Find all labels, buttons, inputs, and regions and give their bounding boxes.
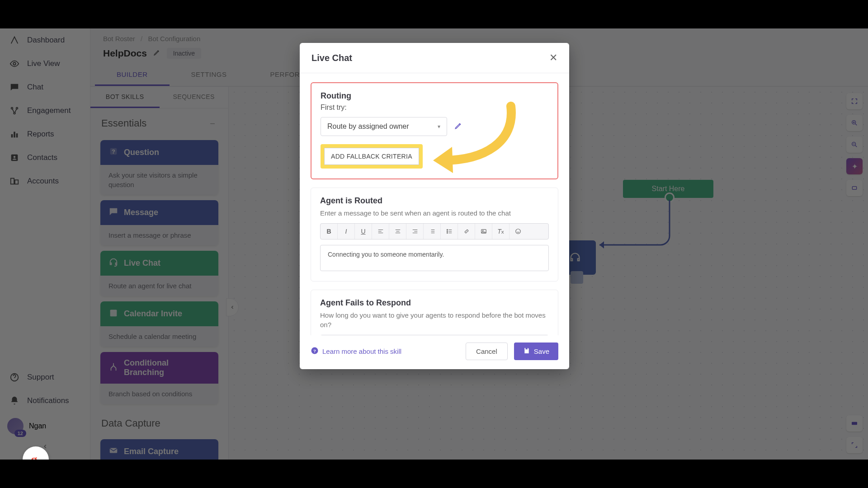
modal-header: Live Chat ✕ (300, 43, 569, 73)
image-button[interactable] (475, 224, 492, 239)
letterbox-top (0, 0, 868, 28)
routing-section: Routing First try: Route by assigned own… (311, 82, 558, 179)
routing-firsttry-label: First try: (321, 103, 548, 112)
agent-fails-heading: Agent Fails to Respond (320, 298, 549, 308)
fallback-highlight: ADD FALLBACK CRITERIA (321, 144, 423, 169)
edit-route-button[interactable] (454, 122, 462, 131)
cancel-button[interactable]: Cancel (466, 343, 508, 360)
rte-toolbar: B I U Tx (320, 223, 549, 239)
close-icon[interactable]: ✕ (549, 52, 557, 64)
bold-button[interactable]: B (321, 224, 338, 239)
learn-more-link[interactable]: ? Learn more about this skill (311, 347, 401, 356)
align-center-button[interactable] (389, 224, 406, 239)
live-chat-modal: Live Chat ✕ Routing First try: Route by … (300, 43, 569, 369)
emoji-button[interactable] (509, 224, 527, 239)
agent-routed-section: Agent is Routed Enter a message to be se… (311, 188, 558, 282)
align-right-button[interactable] (406, 224, 424, 239)
modal-title: Live Chat (311, 53, 352, 63)
ordered-list-button[interactable] (424, 224, 441, 239)
route-select-value: Route by assigned owner (327, 122, 409, 131)
unordered-list-button[interactable] (441, 224, 458, 239)
modal-save-label: Save (534, 347, 549, 355)
modal-body: Routing First try: Route by assigned own… (300, 73, 569, 335)
save-icon (523, 347, 530, 356)
modal-save-button[interactable]: Save (514, 343, 558, 360)
message-textarea[interactable]: Connecting you to someone momentarily. (320, 245, 549, 271)
route-row: Route by assigned owner (321, 117, 548, 136)
svg-text:?: ? (313, 348, 316, 353)
letterbox-bottom (0, 460, 868, 488)
agent-routed-desc: Enter a message to be sent when an agent… (320, 208, 549, 218)
svg-point-26 (482, 230, 483, 231)
route-select[interactable]: Route by assigned owner (321, 117, 447, 136)
align-left-button[interactable] (372, 224, 389, 239)
help-circle-icon: ? (311, 347, 319, 356)
svg-point-27 (516, 229, 521, 234)
clear-format-button[interactable]: Tx (492, 224, 509, 239)
italic-button[interactable]: I (338, 224, 355, 239)
agent-routed-heading: Agent is Routed (320, 196, 549, 206)
routing-heading: Routing (321, 91, 548, 101)
svg-point-22 (447, 230, 448, 230)
modal-actions: Cancel Save (466, 343, 558, 360)
agent-fails-desc: How long do you want to give your agents… (320, 310, 549, 329)
svg-point-24 (447, 233, 448, 234)
add-fallback-button[interactable]: ADD FALLBACK CRITERIA (324, 148, 419, 165)
timeout-select[interactable]: 30 seconds (320, 335, 549, 335)
modal-footer: ? Learn more about this skill Cancel Sav… (300, 335, 569, 369)
underline-button[interactable]: U (355, 224, 372, 239)
agent-fails-section: Agent Fails to Respond How long do you w… (311, 290, 558, 335)
link-button[interactable] (458, 224, 475, 239)
learn-more-label: Learn more about this skill (322, 347, 401, 355)
svg-point-23 (447, 231, 448, 232)
